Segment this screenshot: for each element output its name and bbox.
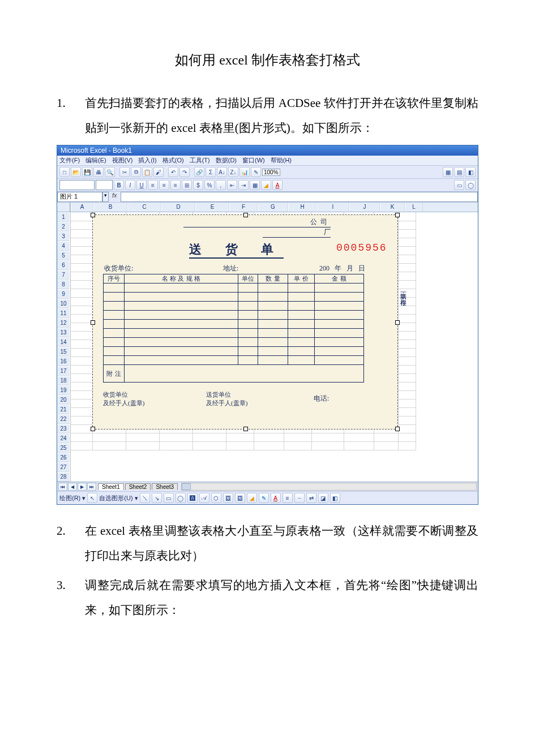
row-header-14[interactable]: 14: [57, 337, 70, 347]
menu-view[interactable]: 视图(V): [112, 156, 133, 165]
underline-icon[interactable]: U: [136, 180, 147, 190]
borders-icon[interactable]: ▦: [250, 180, 260, 190]
wordart-icon[interactable]: 𝒜: [199, 493, 209, 503]
redo-icon[interactable]: ↷: [179, 167, 190, 177]
row-header-10[interactable]: 10: [57, 299, 70, 308]
shadow-icon[interactable]: ◪: [318, 493, 328, 503]
menu-insert[interactable]: 插入(I): [138, 156, 156, 165]
row-header-12[interactable]: 12: [57, 318, 70, 328]
arrow-style-icon[interactable]: ⇄: [306, 493, 316, 503]
name-box[interactable]: 图片 1: [57, 192, 102, 202]
row-header-21[interactable]: 21: [57, 405, 70, 414]
chart-icon[interactable]: 📊: [239, 167, 250, 177]
align-left-icon[interactable]: ≡: [148, 180, 158, 190]
row-header-16[interactable]: 16: [57, 356, 70, 366]
open-icon[interactable]: 📂: [71, 167, 81, 177]
row-header-3[interactable]: 3: [57, 231, 70, 241]
fill-color-draw-icon[interactable]: ◢: [247, 493, 257, 503]
format-painter-icon[interactable]: 🖌: [153, 167, 164, 177]
menu-window[interactable]: 窗口(W): [242, 156, 265, 165]
fx-icon[interactable]: fx: [109, 192, 121, 202]
namebox-dropdown-icon[interactable]: ▾: [102, 192, 109, 202]
row-header-17[interactable]: 17: [57, 366, 70, 376]
row-header-5[interactable]: 5: [57, 251, 70, 260]
row-header-26[interactable]: 26: [57, 453, 70, 462]
extra2-icon-2[interactable]: ◯: [465, 180, 476, 190]
line-icon[interactable]: ＼: [140, 493, 150, 503]
col-header-L[interactable]: L: [405, 203, 423, 212]
menu-file[interactable]: 文件(F): [59, 156, 80, 165]
zoom-box[interactable]: 100%: [262, 169, 280, 176]
arrow-icon[interactable]: ↘: [152, 493, 162, 503]
col-header-D[interactable]: D: [161, 203, 195, 212]
col-header-F[interactable]: F: [229, 203, 258, 212]
hyperlink-icon[interactable]: 🔗: [194, 167, 204, 177]
diagram-icon[interactable]: ⬡: [211, 493, 221, 503]
col-header-E[interactable]: E: [195, 203, 229, 212]
textbox-icon[interactable]: 🅰: [187, 493, 198, 503]
row-header-11[interactable]: 11: [57, 308, 70, 318]
select-objects-icon[interactable]: ↖: [87, 493, 97, 503]
row-header-7[interactable]: 7: [57, 270, 70, 280]
menu-bar[interactable]: 文件(F) 编辑(E) 视图(V) 插入(I) 格式(O) 工具(T) 数据(D…: [57, 156, 478, 166]
col-header-I[interactable]: I: [316, 203, 349, 212]
indent-inc-icon[interactable]: ⇥: [238, 180, 249, 190]
tab-sheet1[interactable]: Sheet1: [98, 483, 124, 490]
dash-style-icon[interactable]: ┄: [294, 493, 305, 503]
autoshapes-menu[interactable]: 自选图形(U): [99, 494, 132, 502]
row-header-18[interactable]: 18: [57, 376, 70, 385]
clipart-icon[interactable]: 🖼: [223, 493, 233, 503]
col-header-C[interactable]: C: [127, 203, 161, 212]
draw-menu[interactable]: 绘图(R): [59, 494, 80, 502]
line-style-icon[interactable]: ≡: [283, 493, 293, 503]
cut-icon[interactable]: ✂: [119, 167, 130, 177]
row-header-13[interactable]: 13: [57, 328, 70, 337]
row-header-8[interactable]: 8: [57, 280, 70, 289]
menu-data[interactable]: 数据(D): [216, 156, 237, 165]
row-header-25[interactable]: 25: [57, 443, 70, 453]
extra-icon-2[interactable]: ▤: [454, 167, 464, 177]
extra-icon-3[interactable]: ◧: [465, 167, 476, 177]
horizontal-scrollbar[interactable]: [181, 483, 477, 491]
row-header-19[interactable]: 19: [57, 385, 70, 395]
extra2-icon-1[interactable]: ▭: [454, 180, 464, 190]
col-header-H[interactable]: H: [288, 203, 316, 212]
col-header-K[interactable]: K: [380, 203, 405, 212]
currency-icon[interactable]: $: [193, 180, 203, 190]
menu-edit[interactable]: 编辑(E): [85, 156, 106, 165]
row-header-28[interactable]: 28: [57, 472, 70, 482]
tab-nav-first-icon[interactable]: ⏮: [58, 483, 67, 491]
menu-format[interactable]: 格式(O): [162, 156, 184, 165]
font-color-draw-icon[interactable]: A: [271, 493, 281, 503]
row-header-1[interactable]: 1: [57, 212, 70, 222]
merge-icon[interactable]: ⊞: [182, 180, 192, 190]
menu-help[interactable]: 帮助(H): [271, 156, 292, 165]
italic-icon[interactable]: I: [125, 180, 135, 190]
select-all-corner[interactable]: [57, 203, 70, 212]
align-right-icon[interactable]: ≡: [170, 180, 181, 190]
new-icon[interactable]: □: [59, 167, 70, 177]
percent-icon[interactable]: %: [204, 180, 215, 190]
comma-icon[interactable]: ,: [216, 180, 226, 190]
row-header-24[interactable]: 24: [57, 433, 70, 443]
indent-dec-icon[interactable]: ⇤: [227, 180, 237, 190]
row-header-20[interactable]: 20: [57, 395, 70, 405]
row-header-6[interactable]: 6: [57, 260, 70, 270]
tab-nav-prev-icon[interactable]: ◀: [68, 483, 77, 491]
tab-nav-last-icon[interactable]: ⏭: [87, 483, 96, 491]
row-header-15[interactable]: 15: [57, 347, 70, 356]
line-color-icon[interactable]: ✎: [259, 493, 269, 503]
font-name-box[interactable]: [59, 180, 95, 190]
print-icon[interactable]: 🖶: [93, 167, 104, 177]
row-header-23[interactable]: 23: [57, 424, 70, 433]
align-center-icon[interactable]: ≡: [159, 180, 169, 190]
menu-tools[interactable]: 工具(T): [190, 156, 210, 165]
col-header-B[interactable]: B: [93, 203, 127, 212]
preview-icon[interactable]: 🔍: [105, 167, 115, 177]
tab-sheet3[interactable]: Sheet3: [152, 483, 178, 490]
rectangle-icon[interactable]: ▭: [164, 493, 174, 503]
col-header-J[interactable]: J: [349, 203, 380, 212]
sort-desc-icon[interactable]: Z↓: [228, 167, 238, 177]
picture-icon[interactable]: 🖼: [235, 493, 245, 503]
oval-icon[interactable]: ◯: [176, 493, 186, 503]
